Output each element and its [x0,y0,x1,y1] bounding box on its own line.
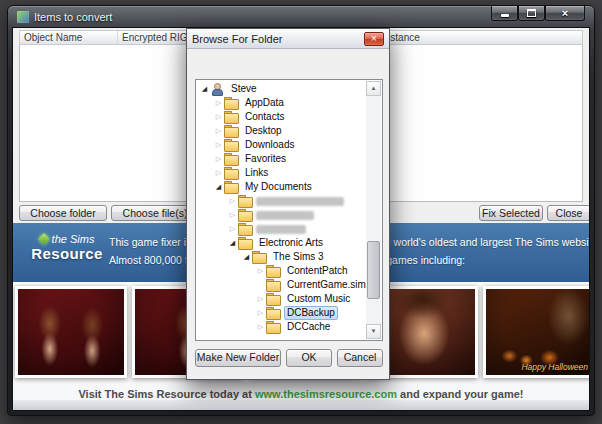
dialog-title-bar[interactable]: Browse For Folder × [187,29,389,49]
tree-item-the-sims-3[interactable]: ◢The Sims 3 [197,250,366,264]
scroll-down-button[interactable]: ▼ [366,324,381,339]
folder-icon [224,97,239,109]
folder-icon [224,181,239,193]
chevron-collapsed-icon[interactable]: ▷ [213,110,224,124]
footer-suffix: and expand your game! [397,388,524,400]
column-object-name[interactable]: Object Name [20,31,118,44]
tree-item-label: DCCache [284,320,333,334]
cancel-button[interactable]: Cancel [337,349,383,367]
folder-icon [266,279,281,291]
tree-item-dccache[interactable]: ▷DCCache [197,320,366,334]
tree-item-label: Steve [228,82,260,96]
footer-text: Visit The Sims Resource today at www.the… [13,388,589,400]
tree-item-dcbackup[interactable]: ▷DCBackup [197,306,366,320]
chevron-collapsed-icon[interactable]: ▷ [213,138,224,152]
tree-item-my-documents[interactable]: ◢My Documents [197,180,366,194]
tree-item-links[interactable]: ▷Links [197,166,366,180]
folder-icon [252,251,267,263]
folder-icon [238,237,253,249]
ok-button[interactable]: OK [286,349,332,367]
thumbnail-halloween-preview[interactable]: Happy Halloween [483,286,590,378]
tree-item-contentpatch[interactable]: ▷ContentPatch [197,264,366,278]
chevron-collapsed-icon[interactable]: ▷ [255,264,266,278]
chevron-expanded-icon[interactable]: ◢ [213,180,224,194]
folder-icon [266,293,281,305]
chevron-collapsed-icon[interactable]: ▷ [213,124,224,138]
user-icon [210,83,225,95]
chevron-collapsed-icon[interactable]: ▷ [255,306,266,320]
tree-item-label: Links [242,166,271,180]
tree-item-contacts[interactable]: ▷Contacts [197,110,366,124]
chevron-collapsed-icon[interactable]: ▷ [227,194,238,208]
close-main-button[interactable]: Close [547,205,590,221]
folder-icon [266,307,281,319]
dialog-close-button[interactable]: × [364,32,384,46]
tree-item-label [256,225,306,234]
tree-item-redacted[interactable]: ▷ [197,222,366,236]
tree-item-currentgame-sims3[interactable]: CurrentGame.sims3 [197,278,366,292]
tree-scrollbar[interactable]: ▲ ▼ [366,81,381,339]
tree-item-label [256,211,314,220]
chevron-collapsed-icon[interactable]: ▷ [213,166,224,180]
tree-item-label: My Documents [242,180,315,194]
maximize-button[interactable] [518,6,545,21]
chevron-collapsed-icon[interactable]: ▷ [213,152,224,166]
browse-folder-dialog: Browse For Folder × ◢Steve▷AppData▷Conta… [186,28,390,380]
tree-item-desktop[interactable]: ▷Desktop [197,124,366,138]
tree-item-label: Electronic Arts [256,236,326,250]
chevron-expanded-icon[interactable]: ◢ [241,250,252,264]
minimize-icon [501,14,509,17]
window-title: Items to convert [34,11,112,23]
tree-item-label: Downloads [242,138,297,152]
folder-icon [224,139,239,151]
folder-icon [266,321,281,333]
scroll-up-button[interactable]: ▲ [366,81,381,96]
tree-item-redacted[interactable]: ▷ [197,194,366,208]
maximize-icon [527,9,536,17]
make-new-folder-button[interactable]: Make New Folder [195,349,281,367]
chevron-collapsed-icon[interactable]: ▷ [227,222,238,236]
dialog-title: Browse For Folder [192,33,364,45]
folder-icon [266,265,281,277]
footer-link[interactable]: www.thesimsresource.com [255,388,397,400]
chevron-collapsed-icon[interactable]: ▷ [255,292,266,306]
tree-item-favorites[interactable]: ▷Favorites [197,152,366,166]
plumbob-icon [38,233,49,244]
tree-item-label: ContentPatch [284,264,351,278]
tsr-logo: the Sims Resource [23,233,111,262]
footer-prefix: Visit The Sims Resource today at [78,388,254,400]
tree-item-appdata[interactable]: ▷AppData [197,96,366,110]
tree-item-label [256,197,344,206]
app-icon [17,11,29,23]
tree-item-electronic-arts[interactable]: ◢Electronic Arts [197,236,366,250]
minimize-button[interactable] [491,6,518,21]
thumbnail-caption: Happy Halloween [521,362,588,372]
logo-text-resource: Resource [23,245,111,262]
scrollbar-thumb[interactable] [367,241,380,299]
scroll-down-icon: ▼ [371,328,377,334]
window-controls: × [491,6,585,21]
desktop: Items to convert × Object Name Encrypted… [0,0,602,424]
chevron-expanded-icon[interactable]: ◢ [199,82,210,96]
column-instance[interactable]: Instance [378,31,582,44]
tree-item-downloads[interactable]: ▷Downloads [197,138,366,152]
tree-item-label: The Sims 3 [270,250,327,264]
chevron-expanded-icon[interactable]: ◢ [227,236,238,250]
tree-item-custom-music[interactable]: ▷Custom Music [197,292,366,306]
chevron-collapsed-icon[interactable]: ▷ [213,96,224,110]
tree-item-label: AppData [242,96,287,110]
chevron-collapsed-icon[interactable]: ▷ [227,208,238,222]
folder-icon [238,195,253,207]
tree-item-steve[interactable]: ◢Steve [197,82,366,96]
tree-item-label: DCBackup [284,306,338,320]
tree-item-label: Favorites [242,152,289,166]
tree-item-redacted[interactable]: ▷ [197,208,366,222]
bottom-strip [13,400,589,410]
fix-selected-button[interactable]: Fix Selected [479,205,543,221]
close-button[interactable]: × [545,6,585,21]
thumbnail-sims-preview-1[interactable] [15,286,127,378]
chevron-collapsed-icon[interactable]: ▷ [255,320,266,334]
tree-item-label: Contacts [242,110,287,124]
choose-folder-button[interactable]: Choose folder [19,205,107,221]
scroll-up-icon: ▲ [371,85,377,91]
